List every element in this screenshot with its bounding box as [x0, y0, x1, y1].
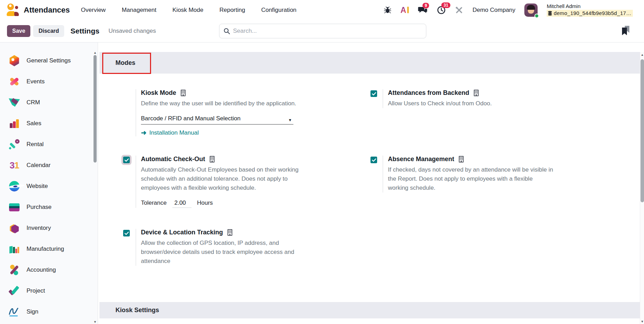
crm-app-icon — [8, 97, 20, 108]
main-scrollbar[interactable]: ▲ ▼ — [640, 52, 644, 324]
app-switcher[interactable]: Attendances — [6, 3, 70, 17]
auto-checkout-description: Automatically Check-Out Employees based … — [141, 165, 352, 193]
absence-label: Absence Management — [388, 156, 454, 163]
tolerance-unit: Hours — [197, 199, 213, 206]
settings-sidebar: General Settings Events CRM Sales Rental… — [0, 42, 98, 324]
enterprise-building-icon — [458, 156, 465, 163]
chevron-down-icon: ▼ — [288, 118, 293, 122]
user-menu[interactable]: Mitchell Admin demo_190_544fb9e93b5d_17… — [547, 3, 633, 17]
scroll-down-arrow[interactable]: ▼ — [93, 320, 97, 324]
search-icon — [224, 28, 230, 34]
messages-icon[interactable]: 9 — [418, 6, 428, 14]
section-title: Kiosk Settings — [115, 307, 159, 314]
ai-icon[interactable]: A — [400, 6, 409, 14]
section-title: Modes — [115, 59, 135, 67]
section-header-kiosk-settings: Kiosk Settings — [99, 302, 640, 318]
kiosk-mode-select[interactable]: Barcode / RFID and Manual Selection ▼ — [141, 115, 293, 125]
database-icon — [548, 11, 552, 16]
sidebar-item-general-settings[interactable]: General Settings — [0, 50, 98, 71]
setting-attendances-from-backend: Attendances from Backend Allow Users to … — [369, 89, 571, 108]
kiosk-mode-selected-option: Barcode / RFID and Manual Selection — [141, 115, 240, 122]
avatar[interactable] — [524, 3, 538, 17]
app-name[interactable]: Attendances — [24, 6, 70, 15]
absence-checkbox[interactable] — [370, 157, 377, 163]
enterprise-building-icon — [209, 156, 216, 163]
sidebar-item-sign[interactable]: Sign — [0, 301, 98, 322]
sidebar-item-purchase[interactable]: Purchase — [0, 197, 98, 218]
rental-app-icon — [8, 138, 20, 150]
scroll-up-arrow[interactable]: ▲ — [93, 51, 97, 54]
bookmark-icon[interactable] — [621, 25, 630, 37]
scroll-down-arrow[interactable]: ▼ — [640, 320, 644, 323]
sidebar-item-accounting[interactable]: Accounting — [0, 259, 98, 280]
menu-configuration[interactable]: Configuration — [261, 7, 297, 14]
sidebar-item-calendar[interactable]: 31 Calendar — [0, 155, 98, 176]
sidebar-item-manufacturing[interactable]: Manufacturing — [0, 239, 98, 259]
tolerance-row: Tolerance Hours — [141, 199, 352, 208]
user-name: Mitchell Admin — [547, 3, 633, 9]
top-navbar: Attendances Overview Management Kiosk Mo… — [0, 0, 644, 20]
sidebar-item-events[interactable]: Events — [0, 71, 98, 92]
inventory-app-icon — [8, 222, 20, 234]
sidebar-item-project[interactable]: Project — [0, 280, 98, 301]
database-name: demo_190_544fb9e93b5d_17… — [554, 10, 631, 16]
events-app-icon — [8, 76, 20, 88]
tracking-description: Allow the collection of GPS location, IP… — [141, 239, 352, 266]
section-header-modes: Modes — [99, 52, 640, 74]
auto-checkout-label: Automatic Check-Out — [141, 156, 205, 163]
setting-automatic-check-out: Automatic Check-Out Automatically Check-… — [121, 156, 352, 208]
messages-badge: 9 — [422, 3, 429, 8]
tolerance-input[interactable] — [172, 199, 192, 208]
arrow-right-icon: ➜ — [141, 130, 147, 136]
activities-badge: 31 — [441, 2, 450, 8]
main-menu: Overview Management Kiosk Mode Reporting… — [81, 7, 297, 14]
service-tools-icon[interactable] — [455, 6, 463, 14]
settings-content: Modes Kiosk Mode Define the way the user… — [98, 42, 644, 324]
menu-management[interactable]: Management — [122, 7, 156, 14]
absence-description: If checked, days not covered by an atten… — [388, 165, 571, 193]
page-title: Settings — [70, 27, 99, 35]
sidebar-scrollbar-thumb[interactable] — [93, 55, 97, 163]
kiosk-mode-label: Kiosk Mode — [141, 89, 176, 97]
sidebar-item-rental[interactable]: Rental — [0, 134, 98, 155]
calendar-app-icon: 31 — [8, 159, 20, 171]
unsaved-changes-status: Unsaved changes — [108, 28, 156, 35]
installation-manual-link[interactable]: ➜ Installation Manual — [141, 129, 352, 136]
enterprise-building-icon — [226, 229, 233, 236]
bug-icon[interactable] — [384, 6, 391, 14]
auto-checkout-checkbox[interactable] — [123, 157, 130, 163]
company-switcher[interactable]: Demo Company — [472, 7, 515, 14]
tracking-checkbox[interactable] — [123, 230, 130, 236]
sidebar-item-inventory[interactable]: Inventory — [0, 218, 98, 239]
enterprise-building-icon — [180, 89, 187, 97]
accounting-app-icon — [8, 264, 20, 276]
setting-absence-management: Absence Management If checked, days not … — [369, 156, 571, 193]
sidebar-item-website[interactable]: Website — [0, 176, 98, 197]
main-scrollbar-thumb[interactable] — [641, 59, 644, 202]
sidebar-scrollbar[interactable]: ▲ ▼ — [93, 51, 97, 324]
search-input[interactable] — [233, 28, 422, 35]
menu-overview[interactable]: Overview — [81, 7, 106, 14]
setting-device-location-tracking: Device & Location Tracking Allow the col… — [121, 229, 352, 266]
search-box[interactable] — [219, 24, 426, 38]
sidebar-item-crm[interactable]: CRM — [0, 92, 98, 113]
save-button[interactable]: Save — [7, 25, 30, 37]
control-panel: Save Discard Settings Unsaved changes — [0, 20, 644, 42]
sales-app-icon — [8, 118, 20, 129]
menu-reporting[interactable]: Reporting — [219, 7, 245, 14]
attendances-app-icon[interactable] — [6, 3, 20, 17]
general-settings-app-icon — [8, 55, 20, 67]
project-app-icon — [8, 285, 20, 297]
sign-app-icon — [8, 306, 20, 318]
discard-button[interactable]: Discard — [33, 25, 64, 37]
tolerance-label: Tolerance — [141, 199, 167, 206]
scroll-up-arrow[interactable]: ▲ — [640, 53, 644, 56]
systray: A 9 31 Demo Company — [384, 3, 644, 17]
database-badge: demo_190_544fb9e93b5d_17… — [547, 10, 633, 17]
backend-label: Attendances from Backend — [388, 89, 469, 97]
sidebar-item-sales[interactable]: Sales — [0, 113, 98, 134]
tracking-label: Device & Location Tracking — [141, 229, 223, 236]
backend-checkbox[interactable] — [370, 90, 377, 97]
activities-clock-icon[interactable]: 31 — [437, 6, 446, 15]
menu-kiosk-mode[interactable]: Kiosk Mode — [172, 7, 203, 14]
